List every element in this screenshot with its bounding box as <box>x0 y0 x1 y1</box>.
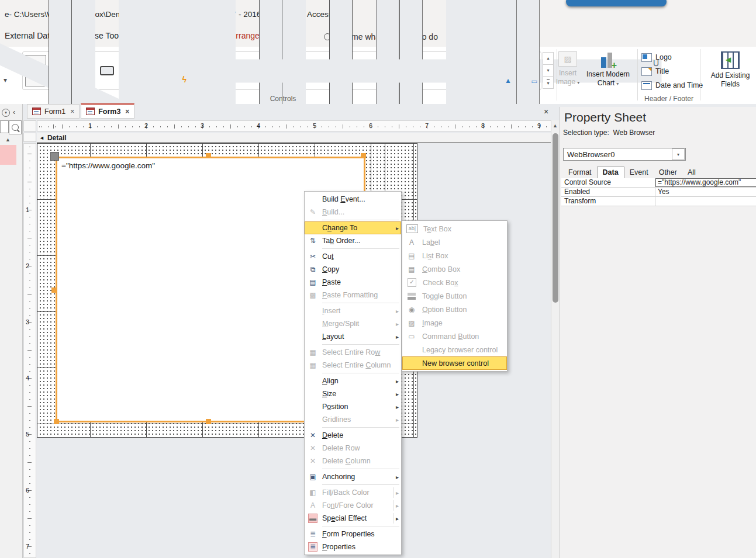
text-box-icon[interactable]: ab| <box>49 54 72 88</box>
modern-chart-icon[interactable]: XYZ▲ <box>493 54 516 88</box>
select-entire-column-icon: ▦ <box>305 361 321 369</box>
logo-button[interactable]: Logo <box>641 50 703 64</box>
menu-item-paste[interactable]: ▤Paste <box>305 276 401 289</box>
add-existing-fields-icon <box>721 51 740 69</box>
menu-item-position[interactable]: Position▸ <box>305 400 401 413</box>
menu-item-align[interactable]: Align▸ <box>305 375 401 387</box>
ruler-number: 2 <box>144 122 148 129</box>
menu-item-tab-order[interactable]: ⇅Tab Order... <box>305 234 401 247</box>
ruler-corner-2[interactable] <box>23 133 36 142</box>
property-value[interactable] <box>655 197 756 206</box>
move-handle[interactable] <box>50 152 59 161</box>
scroll-up-icon[interactable]: ▲ <box>553 123 558 129</box>
menu-item-new-browser-control[interactable]: New browser control <box>402 356 507 370</box>
tab-form3[interactable]: Form3× <box>81 103 134 119</box>
add-existing-fields-button[interactable]: Add Existing Fields <box>705 51 755 89</box>
tab-form1[interactable]: Form1× <box>27 104 80 119</box>
ruler-number: 2 <box>26 262 29 269</box>
detail-section-header[interactable]: ◄ Detail <box>37 133 552 143</box>
property-value[interactable]: Yes <box>655 188 756 196</box>
logo-icon <box>641 53 652 62</box>
attachment-icon[interactable]: ⊃ <box>423 54 446 88</box>
close-tab-icon[interactable]: × <box>125 108 129 116</box>
property-row-transform: Transform <box>561 197 756 206</box>
resize-handle-top-right[interactable] <box>361 153 366 158</box>
build-icon: ✎ <box>305 208 321 216</box>
ruler-number: 1 <box>26 206 29 213</box>
menu-item-change-to[interactable]: Change To▸ <box>305 221 401 234</box>
menu-item-legacy-browser-control: Legacy browser control <box>402 343 507 356</box>
menu-item-label: Change To <box>321 224 393 232</box>
label-icon[interactable]: Aa <box>72 54 95 88</box>
nav-menu-chevron-icon[interactable]: ▾ <box>2 109 10 117</box>
property-tab-event[interactable]: Event <box>624 167 654 178</box>
nav-search-button[interactable] <box>9 120 22 134</box>
document-tab-strip: Form1×Form3× <box>22 104 560 119</box>
menu-item-form-properties[interactable]: ≣Form Properties <box>305 528 401 540</box>
property-tab-all[interactable]: All <box>682 167 701 178</box>
title-button[interactable]: Title <box>641 64 703 78</box>
resize-handle-top[interactable] <box>206 153 211 158</box>
vertical-scrollbar[interactable]: ▲ <box>551 120 560 558</box>
gallery-expand-icon: ▾ <box>547 79 549 86</box>
control-selector-combo[interactable]: WebBrowser0 ▾ <box>563 148 686 161</box>
selection-type: Selection type: Web Browser <box>563 129 655 137</box>
menu-item-insert: Insert▸ <box>305 304 401 317</box>
menu-item-layout[interactable]: Layout▸ <box>305 330 401 343</box>
menu-item-cut[interactable]: ✂Cut <box>305 250 401 263</box>
menu-item-build-event[interactable]: Build Event... <box>305 193 401 206</box>
access-window: e- C:\Users\WORK\Dropbox\Demo\Demo123.ac… <box>0 0 756 558</box>
truncated-ribbon-item-2[interactable]: ▾ <box>4 76 7 84</box>
menu-item-delete[interactable]: ✕Delete <box>305 429 401 442</box>
ribbon-tab-external-data[interactable]: External Data <box>5 26 54 47</box>
combo-dropdown-button[interactable]: ▾ <box>672 148 685 160</box>
menu-item-label: Image <box>421 319 507 327</box>
resize-handle-bottom[interactable] <box>206 419 211 424</box>
property-tab-other[interactable]: Other <box>654 167 682 178</box>
button-icon[interactable] <box>95 54 119 88</box>
menu-item-special-effect[interactable]: ▬Special Effect▸ <box>305 512 401 525</box>
close-tab-icon[interactable]: × <box>70 108 74 116</box>
submenu-arrow-icon: ▸ <box>393 391 401 397</box>
delete-icon: ✕ <box>305 431 321 439</box>
overlay-blue-button[interactable] <box>566 0 667 6</box>
select-tool-icon[interactable]: ➤ <box>25 55 46 86</box>
menu-item-command-button: ▭Command Button <box>402 330 507 343</box>
menu-item-anchoring[interactable]: ▣Anchoring▸ <box>305 470 401 483</box>
option-button-icon[interactable]: ◉ <box>446 54 470 88</box>
shutter-bar-collapse-icon[interactable]: ‹ <box>13 108 15 116</box>
ruler-corner[interactable] <box>23 120 36 131</box>
paste-icon: ▤ <box>305 278 321 286</box>
menu-separator <box>322 484 399 485</box>
nav-scroll-up-icon[interactable]: ▲ <box>5 137 11 143</box>
activex-control-icon[interactable]: ▲▭ <box>516 54 540 88</box>
resize-handle-bottom-left[interactable] <box>54 419 59 424</box>
nav-selected-item[interactable] <box>0 145 16 165</box>
submenu-arrow-icon: ▸ <box>393 474 401 480</box>
property-tab-data[interactable]: Data <box>597 167 624 179</box>
date-and-time-button[interactable]: Date and Time <box>641 78 703 92</box>
insert-modern-chart-button[interactable]: + Insert Modern Chart▾ <box>584 51 633 88</box>
resize-handle-left[interactable] <box>51 287 57 293</box>
ruler-number: 6 <box>369 122 372 129</box>
scrollbar-thumb[interactable] <box>553 133 558 303</box>
web-browser-control-icon[interactable]: ⊕ϟ <box>165 54 189 88</box>
menu-item-copy[interactable]: ⧉Copy <box>305 263 401 276</box>
nav-search-input[interactable] <box>0 120 9 133</box>
property-tab-format[interactable]: Format <box>563 167 597 178</box>
menu-separator <box>322 427 399 428</box>
insert-image-button: ▨ Insert Image▾ <box>551 51 585 87</box>
horizontal-ruler[interactable]: 123456789 <box>37 120 552 131</box>
property-value[interactable]: ="https://www.google.com" <box>655 178 756 187</box>
menu-item-properties[interactable]: ≣Properties <box>305 540 401 553</box>
menu-item-size[interactable]: Size▸ <box>305 387 401 400</box>
menu-item-label: Delete <box>321 431 401 439</box>
vertical-ruler[interactable]: 1234567 <box>23 143 36 558</box>
menu-item-label: Paste <box>321 278 401 286</box>
hyperlink-icon[interactable]: ∞ <box>142 54 165 88</box>
selection-type-value: Web Browser <box>613 129 655 137</box>
tab-control-icon[interactable]: ❏ <box>119 54 142 88</box>
subform-icon[interactable]: ▤ <box>470 54 493 88</box>
property-sheet-title: Property Sheet <box>564 110 646 124</box>
close-document-icon[interactable]: × <box>544 107 548 116</box>
